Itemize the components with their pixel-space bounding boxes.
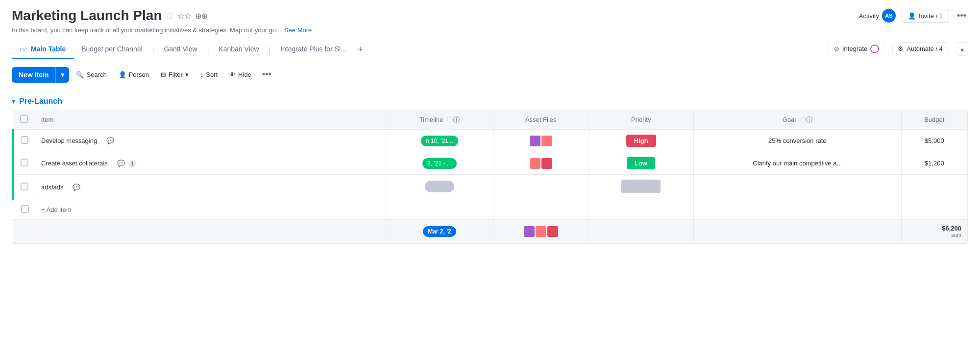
row1-chat-icon[interactable]: 💬 [106,137,114,144]
row3-priority-empty [621,180,661,193]
group-title: Pre-Launch [19,97,62,106]
timeline-info-icon: ⓘ [447,116,460,123]
row3-budget-cell [901,175,967,200]
subtitle-text: In this board, you can keep track of all… [12,26,281,34]
summary-row: Mar 2, '2 $6,200 sum [13,220,968,243]
row1-checkbox[interactable] [21,136,28,144]
integrate-button[interactable]: ⊘ Integrate [829,42,884,56]
row2-budget-cell: $1,200 [901,152,967,175]
tab-divider-1: | [150,41,156,59]
row2-chat-count: 1 [128,160,136,167]
add-item-goal-cell [694,200,901,220]
row2-timeline-cell[interactable]: 3, '21 - ... [386,152,493,175]
row2-asset-magenta [541,158,552,169]
add-item-priority-cell [588,200,694,220]
tab-divider-3: | [267,41,273,59]
add-item-row[interactable]: + Add item [13,200,968,220]
summary-timeline-cell: Mar 2, '2 [386,220,493,243]
row2-asset-pink [530,158,540,169]
goal-info-icon: ⓘ [800,116,812,123]
row3-goal-cell [694,175,901,200]
row1-goal-cell: 25% conversion rate [694,130,901,152]
automate-icon: ⚙ [898,45,904,52]
asset-files-column-header: Asset Files [493,110,588,130]
sort-button[interactable]: ↕ Sort [196,68,222,82]
user-plus-icon: 👤 [908,12,916,20]
summary-checkbox-cell [13,220,35,243]
row2-checkbox-cell[interactable] [13,152,35,175]
avatar: AS [882,9,896,23]
add-item-cell[interactable]: + Add item [35,200,386,220]
tab-integrate-plus[interactable]: Integrate Plus for Sl... [272,40,354,59]
timeline-column-header: Timeline ⓘ [386,110,493,130]
group-chevron-icon[interactable]: ▾ [12,97,15,105]
summary-asset-3 [547,226,558,237]
row2-checkbox[interactable] [21,159,28,166]
toolbar: New item ▾ 🔍 Search 👤 Person ⊟ Filter ▾ … [0,60,980,89]
person-button[interactable]: 👤 Person [114,68,154,82]
tab-budget[interactable]: Budget per Channel [74,40,150,59]
automate-button[interactable]: ⚙ Automate / 4 [892,42,948,55]
invite-button[interactable]: 👤 Invite / 1 [902,9,949,23]
filter-chevron-icon: ▾ [185,71,189,78]
row1-checkbox-cell[interactable] [13,130,35,152]
summary-item-cell [35,220,386,243]
summary-timeline-badge: Mar 2, '2 [423,226,456,237]
hide-button[interactable]: 👁 Hide [224,68,256,82]
person-icon: 👤 [119,71,126,78]
table-row: adsfads 💬 [13,175,968,200]
search-button[interactable]: 🔍 Search [71,68,111,82]
row3-checkbox-cell[interactable] [13,175,35,200]
row3-checkbox[interactable] [21,183,28,190]
row1-item-cell: Develop messaging 💬 [35,130,386,152]
new-item-dropdown-arrow[interactable]: ▾ [55,67,69,83]
budget-column-header: Budget [901,110,967,130]
add-item-timeline-cell [386,200,493,220]
row2-goal-cell: Clarify our main competitive a... [694,152,901,175]
add-tab-button[interactable]: + [354,40,368,60]
row1-asset-cell[interactable] [493,130,588,152]
add-view-icon[interactable]: ⊕ [195,11,208,21]
tab-kanban[interactable]: Kanban View [211,40,267,59]
row1-budget-cell: $5,000 [901,130,967,152]
row1-priority-badge: High [626,135,656,147]
see-more-link[interactable]: See More [284,26,312,34]
select-all-header[interactable] [13,110,35,130]
summary-asset-1 [524,226,535,237]
row1-asset-pink [541,136,552,146]
add-item-checkbox[interactable] [21,205,29,213]
activity-label: Activity [859,12,879,20]
collapse-button[interactable]: ▴ [956,42,968,56]
filter-icon: ⊟ [161,71,166,78]
filter-button[interactable]: ⊟ Filter ▾ [156,68,194,82]
main-table: Item Timeline ⓘ Asset Files Priority Goa… [12,110,968,244]
row3-priority-cell[interactable] [588,175,694,200]
row1-priority-cell[interactable]: High [588,130,694,152]
more-options-button[interactable]: ••• [955,9,968,23]
info-icon[interactable] [167,11,173,21]
row1-timeline-cell[interactable]: n 10, '21... [386,130,493,152]
select-all-checkbox[interactable] [20,115,28,123]
activity-button[interactable]: Activity AS [859,9,896,23]
new-item-button[interactable]: New item ▾ [12,67,69,83]
row2-asset-cell[interactable] [493,152,588,175]
search-icon: 🔍 [76,71,84,78]
sort-icon: ↕ [200,71,204,78]
table-row: Create asset collaterals 💬 1 3, '21 - ..… [13,152,968,175]
row1-asset-icon [499,136,582,146]
tab-main-table[interactable]: ⌂ Main Table [12,40,74,59]
row1-asset-purple [530,136,540,146]
row3-chat-icon[interactable]: 💬 [73,184,80,191]
home-icon: ⌂ [20,45,28,53]
row2-priority-cell[interactable]: Low [588,152,694,175]
add-item-checkbox-cell [13,200,35,220]
row3-timeline-cell[interactable] [386,175,493,200]
summary-asset-2 [536,226,546,237]
row3-asset-cell[interactable] [493,175,588,200]
star-icon[interactable]: ☆ [177,11,191,21]
toolbar-more-button[interactable]: ••• [258,66,275,83]
integrate-circle-icon [870,45,879,53]
tab-gantt[interactable]: Gantt View [156,40,205,59]
row2-chat-icon[interactable]: 💬 [117,160,125,167]
row2-timeline-badge: 3, '21 - ... [422,158,457,169]
